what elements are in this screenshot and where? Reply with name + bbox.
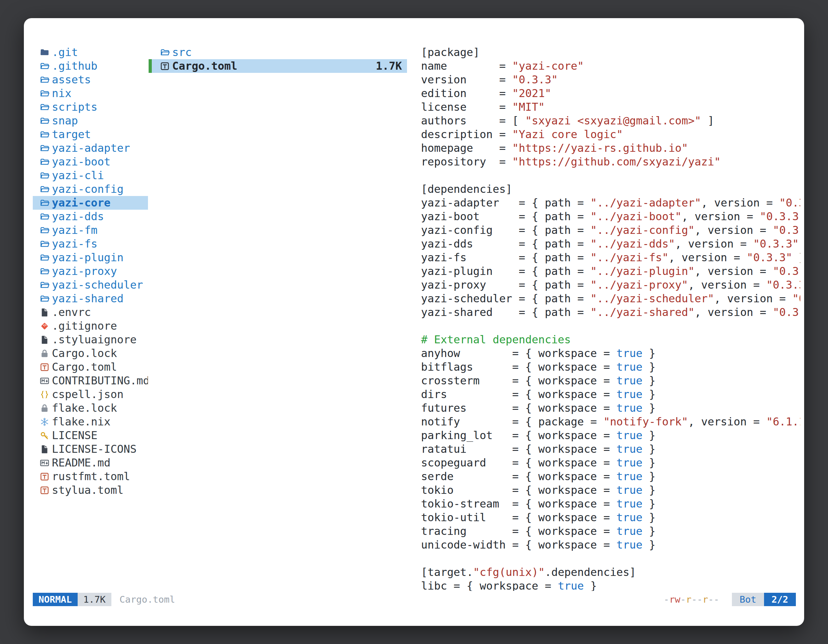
file-size: 1.7K: [376, 59, 407, 73]
parent-item-snap[interactable]: snap: [33, 114, 148, 128]
parent-pane: .git.githubassetsnixscriptssnaptargetyaz…: [33, 45, 148, 497]
folder-icon: [40, 226, 49, 235]
parent-item-yazi-boot[interactable]: yazi-boot: [33, 155, 148, 169]
parent-item-yazi-adapter[interactable]: yazi-adapter: [33, 141, 148, 155]
status-bar-right: -rw-r--r-- Bot 2/2: [664, 593, 796, 606]
current-item-Cargo.toml[interactable]: Cargo.toml1.7K: [149, 59, 407, 73]
folder-icon: [40, 171, 49, 180]
file-name: src: [172, 45, 191, 59]
current-item-src[interactable]: src: [149, 45, 407, 59]
preview-line: libc = { workspace = true }: [421, 579, 800, 591]
parent-item-.github[interactable]: .github: [33, 59, 148, 73]
preview-line: # External dependencies: [421, 333, 800, 346]
parent-item-cspell.json[interactable]: cspell.json: [33, 387, 148, 401]
parent-item-yazi-fm[interactable]: yazi-fm: [33, 223, 148, 237]
parent-item-yazi-fs[interactable]: yazi-fs: [33, 237, 148, 251]
folder-icon: [40, 266, 49, 276]
file-name: target: [52, 128, 91, 141]
preview-pane: [package]name = "yazi-core"version = "0.…: [421, 45, 800, 591]
folder-icon: [40, 280, 49, 290]
folder-icon: [40, 89, 49, 98]
file-name: Cargo.toml: [52, 360, 117, 374]
folder-icon: [40, 61, 49, 71]
file-name: yazi-cli: [52, 169, 104, 182]
file-name: yazi-boot: [52, 155, 110, 169]
git-folder-icon: [40, 48, 49, 57]
json-icon: [40, 390, 49, 399]
preview-line: [dependencies]: [421, 182, 800, 196]
preview-line: yazi-shared = { path = "../yazi-shared",…: [421, 306, 800, 319]
file-name: yazi-plugin: [52, 251, 124, 265]
preview-line: [421, 319, 800, 333]
folder-icon: [40, 116, 49, 126]
preview-line: parking_lot = { workspace = true }: [421, 429, 800, 442]
file-icon: [40, 308, 49, 317]
file-name: LICENSE: [52, 429, 97, 442]
folder-icon: [40, 198, 49, 208]
parent-item-yazi-plugin[interactable]: yazi-plugin: [33, 251, 148, 265]
file-name: yazi-config: [52, 182, 124, 196]
file-name: rustfmt.toml: [52, 470, 130, 483]
file-name: snap: [52, 114, 78, 128]
parent-item-LICENSE-ICONS[interactable]: LICENSE-ICONS: [33, 442, 148, 456]
folder-icon: [40, 144, 49, 153]
parent-item-flake.lock[interactable]: flake.lock: [33, 401, 148, 415]
folder-icon: [40, 102, 49, 112]
preview-line: bitflags = { workspace = true }: [421, 360, 800, 374]
preview-line: yazi-fs = { path = "../yazi-fs", version…: [421, 251, 800, 265]
yazi-window: .git.githubassetsnixscriptssnaptargetyaz…: [24, 18, 804, 626]
file-name: nix: [52, 86, 71, 100]
parent-item-.git[interactable]: .git: [33, 45, 148, 59]
preview-line: tokio-util = { workspace = true }: [421, 511, 800, 524]
preview-line: yazi-adapter = { path = "../yazi-adapter…: [421, 196, 800, 210]
parent-item-.envrc[interactable]: .envrc: [33, 306, 148, 319]
preview-line: name = "yazi-core": [421, 59, 800, 73]
parent-item-README.md[interactable]: README.md: [33, 456, 148, 470]
parent-item-.styluaignore[interactable]: .styluaignore: [33, 333, 148, 346]
parent-item-yazi-dds[interactable]: yazi-dds: [33, 210, 148, 223]
parent-item-LICENSE[interactable]: LICENSE: [33, 429, 148, 442]
parent-item-.gitignore[interactable]: .gitignore: [33, 319, 148, 333]
git-diamond-icon: [40, 321, 49, 331]
file-name: yazi-scheduler: [52, 278, 143, 292]
preview-line: scopeguard = { workspace = true }: [421, 456, 800, 470]
parent-item-flake.nix[interactable]: flake.nix: [33, 415, 148, 429]
file-name: README.md: [52, 456, 110, 470]
preview-line: yazi-proxy = { path = "../yazi-proxy", v…: [421, 278, 800, 292]
parent-item-Cargo.toml[interactable]: Cargo.toml: [33, 360, 148, 374]
parent-item-yazi-proxy[interactable]: yazi-proxy: [33, 265, 148, 278]
parent-item-target[interactable]: target: [33, 128, 148, 141]
preview-line: tokio = { workspace = true }: [421, 483, 800, 497]
parent-item-assets[interactable]: assets: [33, 73, 148, 86]
file-icon: [40, 445, 49, 454]
preview-line: authors = [ "sxyazi <sxyazi@gmail.com>" …: [421, 114, 800, 128]
parent-item-yazi-scheduler[interactable]: yazi-scheduler: [33, 278, 148, 292]
toml-icon: [160, 61, 169, 71]
parent-item-scripts[interactable]: scripts: [33, 100, 148, 114]
file-name: .git: [52, 45, 78, 59]
parent-item-nix[interactable]: nix: [33, 86, 148, 100]
file-name: yazi-shared: [52, 292, 124, 306]
lock-icon: [40, 403, 49, 413]
parent-item-rustfmt.toml[interactable]: rustfmt.toml: [33, 470, 148, 483]
preview-line: tokio-stream = { workspace = true }: [421, 497, 800, 511]
folder-icon: [40, 157, 49, 167]
folder-icon: [40, 75, 49, 85]
toml-icon: [40, 472, 49, 481]
parent-item-Cargo.lock[interactable]: Cargo.lock: [33, 346, 148, 360]
parent-item-stylua.toml[interactable]: stylua.toml: [33, 483, 148, 497]
preview-line: repository = "https://github.com/sxyazi/…: [421, 155, 800, 169]
parent-item-yazi-cli[interactable]: yazi-cli: [33, 169, 148, 182]
file-name: Cargo.toml: [172, 59, 237, 73]
preview-line: dirs = { workspace = true }: [421, 387, 800, 401]
file-counter: 2/2: [764, 593, 796, 606]
file-permissions: -rw-r--r--: [664, 594, 720, 605]
parent-item-CONTRIBUTING.md[interactable]: CONTRIBUTING.md: [33, 374, 148, 387]
parent-item-yazi-shared[interactable]: yazi-shared: [33, 292, 148, 306]
markdown-icon: [40, 376, 49, 385]
preview-line: futures = { workspace = true }: [421, 401, 800, 415]
mode-indicator: NORMAL: [33, 593, 78, 606]
parent-item-yazi-config[interactable]: yazi-config: [33, 182, 148, 196]
parent-item-yazi-core[interactable]: yazi-core: [33, 196, 148, 210]
file-name: yazi-core: [52, 196, 110, 210]
